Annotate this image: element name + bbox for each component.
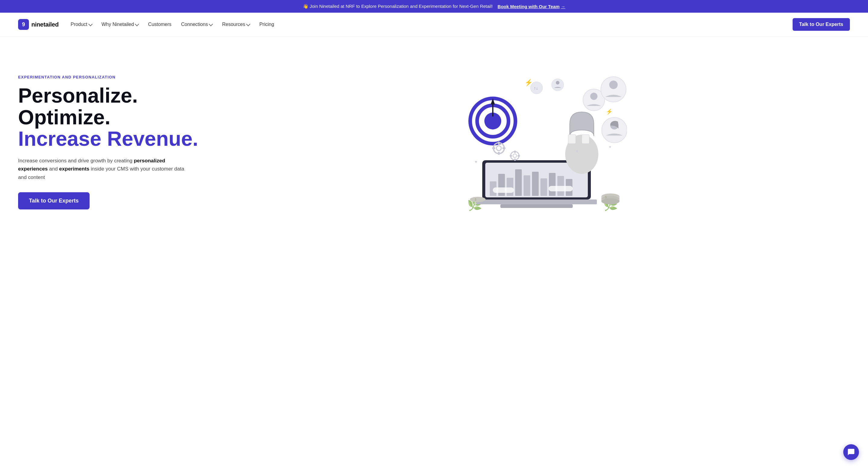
hero-subtext-mid: and bbox=[48, 166, 59, 172]
bar-7 bbox=[540, 178, 547, 196]
lightning-icon-1: ⚡ bbox=[525, 79, 533, 87]
nav-label-product: Product bbox=[70, 22, 87, 27]
logo[interactable]: 9 ninetailed bbox=[18, 19, 59, 30]
person-circle-2 bbox=[601, 77, 626, 102]
bar-5 bbox=[524, 175, 530, 196]
hero-headline-line3: Increase Revenue. bbox=[18, 127, 198, 150]
logo-name: ninetailed bbox=[31, 21, 59, 28]
gear2-tooth-left bbox=[510, 155, 512, 157]
laptop-hinge bbox=[476, 200, 597, 204]
logo-icon: 9 bbox=[18, 19, 29, 30]
person-head-1 bbox=[590, 93, 597, 100]
nav-label-connections: Connections bbox=[181, 22, 208, 27]
gear2-inner bbox=[513, 154, 517, 157]
banner-link[interactable]: Book Meeting with Our Team → bbox=[498, 4, 565, 9]
coin-single bbox=[470, 197, 486, 202]
hero-subtext-before: Increase conversions and drive growth by… bbox=[18, 158, 134, 164]
coin-symbol-2: $ bbox=[475, 198, 476, 201]
gear-group-2 bbox=[510, 151, 520, 161]
heart-icon-2: ♥ bbox=[576, 149, 578, 154]
gear2-tooth-bottom bbox=[514, 158, 516, 161]
coin-symbol-1: $ bbox=[605, 196, 607, 199]
top-banner: 👋 Join Ninetailed at NRF to Explore Pers… bbox=[0, 0, 868, 13]
nav-item-connections[interactable]: Connections bbox=[181, 22, 212, 27]
hero-subtext: Increase conversions and drive growth by… bbox=[18, 157, 187, 181]
nav-label-pricing: Pricing bbox=[259, 22, 274, 27]
hero-content: EXPERIMENTATION AND PERSONALIZATION Pers… bbox=[18, 75, 223, 209]
lightning-icon-2: ⚡ bbox=[606, 108, 613, 115]
magnet-shape bbox=[570, 112, 594, 136]
nav-label-resources: Resources bbox=[222, 22, 245, 27]
cloud-1 bbox=[493, 187, 514, 193]
magnet-hand-group bbox=[565, 112, 598, 174]
chevron-down-icon bbox=[209, 22, 213, 26]
chevron-down-icon bbox=[246, 22, 250, 26]
gear-tooth-right bbox=[502, 147, 505, 149]
illustration-svg: 🌿 🌿 bbox=[446, 70, 627, 214]
laptop-foot bbox=[500, 204, 573, 208]
gear2-tooth-right bbox=[518, 155, 520, 157]
coin-bottom-2 bbox=[601, 198, 619, 204]
gear2-tooth-top bbox=[514, 151, 516, 153]
gear-tooth-bottom bbox=[498, 152, 500, 155]
bar-3 bbox=[507, 178, 513, 196]
hero-illustration: 🌿 🌿 bbox=[223, 67, 850, 217]
nav-item-product[interactable]: Product bbox=[70, 22, 92, 27]
hero-subtext-bold2: experiments bbox=[59, 166, 89, 172]
chevron-down-icon bbox=[135, 22, 139, 26]
share-icon: ↑↓ bbox=[534, 86, 538, 91]
nav-item-customers[interactable]: Customers bbox=[148, 22, 171, 27]
person-head-2 bbox=[609, 81, 618, 89]
hero-eyebrow: EXPERIMENTATION AND PERSONALIZATION bbox=[18, 75, 223, 79]
hero-headline-line2: Optimize. bbox=[18, 106, 111, 128]
magnet-left-pole bbox=[568, 135, 576, 144]
nav-label-customers: Customers bbox=[148, 22, 171, 27]
gear-tooth-top bbox=[498, 142, 500, 145]
chevron-down-icon bbox=[88, 22, 92, 26]
navbar: 9 ninetailed Product Why Ninetailed Cust… bbox=[0, 13, 868, 36]
nav-item-why[interactable]: Why Ninetailed bbox=[102, 22, 139, 27]
gear-tooth-left bbox=[492, 147, 495, 149]
bar-6 bbox=[532, 172, 539, 196]
gear-inner bbox=[496, 146, 501, 151]
bar-4 bbox=[515, 169, 522, 196]
nav-links: Product Why Ninetailed Customers Connect… bbox=[70, 22, 780, 27]
nav-item-resources[interactable]: Resources bbox=[222, 22, 249, 27]
heart-icon-3: ♥ bbox=[609, 145, 611, 149]
cloud-2 bbox=[549, 186, 573, 191]
magnet-right-pole bbox=[582, 135, 589, 144]
nav-label-why: Why Ninetailed bbox=[102, 22, 134, 27]
nav-cta-button[interactable]: Talk to Our Experts bbox=[793, 18, 850, 31]
heart-icon-1: ♥ bbox=[475, 159, 477, 164]
hero-cta-button[interactable]: Talk to Our Experts bbox=[18, 192, 90, 209]
silhouette-head bbox=[556, 81, 559, 85]
hero-headline: Personalize. Optimize. Increase Revenue. bbox=[18, 85, 223, 149]
bar-8 bbox=[549, 173, 556, 196]
banner-text: 👋 Join Ninetailed at NRF to Explore Pers… bbox=[303, 4, 493, 9]
hero-section: EXPERIMENTATION AND PERSONALIZATION Pers… bbox=[0, 36, 868, 242]
nav-item-pricing[interactable]: Pricing bbox=[259, 22, 274, 27]
person-silhouette-circle bbox=[552, 79, 564, 91]
hero-headline-line1: Personalize. bbox=[18, 84, 138, 107]
